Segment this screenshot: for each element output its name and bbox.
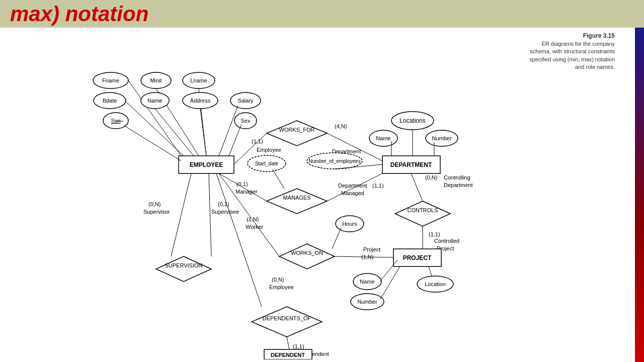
svg-text:Address: Address bbox=[190, 98, 211, 104]
svg-text:(0,N): (0,N) bbox=[425, 174, 437, 180]
main-content: Figure 3.15 ER diagrams for the companys… bbox=[0, 28, 644, 362]
svg-text:DEPENDENTS_OF: DEPENDENTS_OF bbox=[263, 315, 311, 321]
svg-text:Locations: Locations bbox=[399, 117, 425, 124]
er-diagram: EMPLOYEE Fname Minit Lname Bdate Name bbox=[0, 28, 493, 359]
svg-text:CONTROLS: CONTROLS bbox=[407, 207, 438, 213]
svg-text:(0,N): (0,N) bbox=[272, 277, 284, 283]
svg-text:Ssn: Ssn bbox=[111, 118, 121, 124]
diagram-area: Figure 3.15 ER diagrams for the companys… bbox=[0, 28, 635, 362]
svg-text:Supervisee: Supervisee bbox=[211, 209, 239, 215]
svg-text:Start_date: Start_date bbox=[255, 161, 279, 166]
svg-text:Project: Project bbox=[363, 246, 380, 252]
svg-text:(1,N): (1,N) bbox=[361, 254, 373, 260]
svg-text:Department: Department bbox=[444, 182, 472, 188]
svg-text:Minit: Minit bbox=[150, 77, 162, 83]
svg-text:Location: Location bbox=[425, 281, 446, 287]
svg-text:(1,1): (1,1) bbox=[429, 231, 440, 237]
svg-text:Managed: Managed bbox=[341, 190, 364, 196]
svg-text:SUPERVISION: SUPERVISION bbox=[165, 262, 203, 268]
figure-title: Figure 3.15 bbox=[529, 32, 615, 40]
svg-text:(1,1): (1,1) bbox=[372, 183, 384, 189]
svg-text:Bdate: Bdate bbox=[103, 98, 117, 104]
svg-text:Name: Name bbox=[147, 98, 162, 104]
svg-text:MANAGES: MANAGES bbox=[283, 195, 310, 201]
top-bar: max) notation bbox=[0, 0, 644, 28]
svg-text:Hours: Hours bbox=[342, 221, 357, 227]
svg-text:Supervisor: Supervisor bbox=[143, 209, 170, 215]
svg-text:DEPARTMENT: DEPARTMENT bbox=[390, 161, 432, 168]
svg-text:WORKS_ON: WORKS_ON bbox=[291, 250, 323, 256]
svg-text:Employee: Employee bbox=[269, 284, 294, 290]
svg-text:Name: Name bbox=[360, 279, 374, 285]
svg-text:Lname: Lname bbox=[190, 77, 207, 83]
svg-text:Manager: Manager bbox=[235, 189, 258, 195]
svg-text:Number_of_employees: Number_of_employees bbox=[308, 158, 360, 164]
svg-text:Worker: Worker bbox=[246, 224, 264, 230]
svg-text:EMPLOYEE: EMPLOYEE bbox=[190, 161, 223, 168]
svg-text:Sex: Sex bbox=[241, 118, 251, 124]
svg-text:(1,1): (1,1) bbox=[293, 343, 304, 349]
svg-text:Number: Number bbox=[432, 135, 451, 141]
svg-text:(0,1): (0,1) bbox=[236, 181, 248, 187]
svg-text:Name: Name bbox=[376, 135, 390, 141]
svg-text:DEPENDENT: DEPENDENT bbox=[271, 352, 305, 358]
right-sidebar bbox=[635, 28, 644, 362]
svg-text:(0,N): (0,N) bbox=[148, 201, 160, 207]
page-title: max) notation bbox=[10, 2, 148, 26]
svg-text:PROJECT: PROJECT bbox=[403, 254, 432, 261]
svg-text:Fname: Fname bbox=[102, 77, 119, 83]
svg-text:Salary: Salary bbox=[237, 98, 254, 104]
figure-caption: Figure 3.15 ER diagrams for the companys… bbox=[529, 32, 615, 71]
svg-text:(1,N): (1,N) bbox=[247, 216, 259, 222]
svg-text:Number: Number bbox=[357, 299, 377, 305]
svg-text:Employee: Employee bbox=[257, 147, 281, 153]
svg-text:Controlling: Controlling bbox=[444, 174, 470, 180]
figure-description: ER diagrams for the companyschema, with … bbox=[529, 40, 615, 71]
svg-text:Department: Department bbox=[338, 183, 367, 189]
svg-text:(1,1): (1,1) bbox=[252, 138, 263, 144]
svg-text:(4,N): (4,N) bbox=[335, 123, 347, 129]
svg-text:Controlled: Controlled bbox=[434, 238, 459, 244]
svg-text:WORKS_FOR: WORKS_FOR bbox=[279, 127, 315, 133]
